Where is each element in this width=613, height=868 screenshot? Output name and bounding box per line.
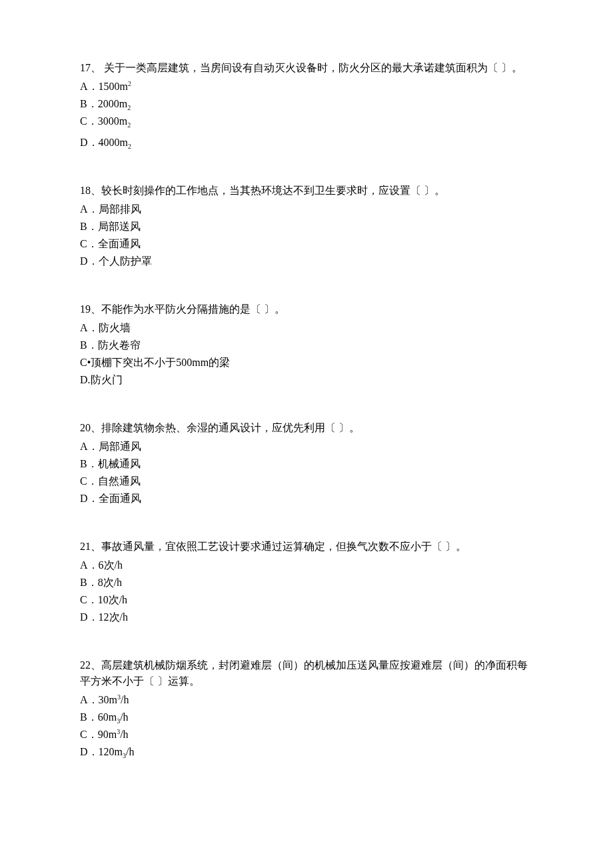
option-b: B．局部送风 xyxy=(80,219,533,235)
option-value: 防火墙 xyxy=(99,322,131,333)
option-label: B． xyxy=(80,456,98,472)
option-a: A．局部通风 xyxy=(80,439,533,455)
option-value: 6次/h xyxy=(99,559,123,571)
option-label: C• xyxy=(80,355,91,371)
question-20: 20、排除建筑物余热、余湿的通风设计，应优先利用〔 〕。 A．局部通风 B．机械… xyxy=(80,420,533,507)
option-value: 8次/h xyxy=(98,577,122,588)
option-label: C． xyxy=(80,592,98,608)
question-18: 18、较长时刻操作的工作地点，当其热环境达不到卫生要求时，应设置〔 〕。 A．局… xyxy=(80,183,533,269)
option-c: C．全面通风 xyxy=(80,236,533,252)
option-label: B． xyxy=(80,575,98,591)
option-d: D．全面通风 xyxy=(80,491,533,507)
option-b: B．2000m2 xyxy=(80,96,533,112)
option-value: 30m xyxy=(99,694,117,705)
question-text: 20、排除建筑物余热、余湿的通风设计，应优先利用〔 〕。 xyxy=(80,420,533,436)
option-c: C．10次/h xyxy=(80,592,533,608)
option-label: B． xyxy=(80,337,98,353)
option-sub: 2 xyxy=(127,104,131,111)
question-body: 事故通风量，宜依照工艺设计要求通过运算确定，但换气次数不应小于〔 〕。 xyxy=(101,541,466,552)
option-a: A．防火墙 xyxy=(80,320,533,336)
option-suffix: /h xyxy=(120,729,128,740)
option-value: 全面通风 xyxy=(98,238,141,249)
option-label: D． xyxy=(80,253,99,269)
question-body: 不能作为水平防火分隔措施的是〔 〕。 xyxy=(101,303,285,315)
option-label: C． xyxy=(80,113,98,129)
question-body: 排除建筑物余热、余湿的通风设计，应优先利用〔 〕。 xyxy=(101,422,360,433)
question-number: 18、 xyxy=(80,185,101,196)
document-content: 17、 关于一类高层建筑，当房间设有自动灭火设备时，防火分区的最大承诺建筑面积为… xyxy=(0,0,613,760)
option-value: 全面通风 xyxy=(99,493,141,504)
option-c: C．自然通风 xyxy=(80,473,533,489)
option-label: D． xyxy=(80,491,99,507)
option-suffix: /h xyxy=(120,711,128,723)
option-value: 1500m xyxy=(99,81,128,92)
option-a: A．局部排风 xyxy=(80,201,533,217)
option-b: B．60m3/h xyxy=(80,709,533,725)
option-value: 120m xyxy=(99,746,123,757)
option-label: A． xyxy=(80,692,99,708)
question-number: 19、 xyxy=(80,303,101,315)
option-d: D．120m3/h xyxy=(80,744,533,760)
option-value: 4000m xyxy=(99,137,128,148)
option-value: 局部通风 xyxy=(99,441,141,452)
question-22: 22、高层建筑机械防烟系统，封闭避难层（间）的机械加压送风量应按避难层（间）的净… xyxy=(80,657,533,760)
option-label: C． xyxy=(80,236,98,252)
question-number: 17、 xyxy=(80,62,101,73)
option-c: C•顶棚下突出不小于500mm的梁 xyxy=(80,355,533,371)
option-label: A． xyxy=(80,79,99,95)
question-number: 21、 xyxy=(80,541,101,552)
option-value: 机械通风 xyxy=(98,458,141,469)
option-value: 3000m xyxy=(98,115,127,127)
option-value: 顶棚下突出不小于500mm的梁 xyxy=(91,357,230,368)
option-suffix: /h xyxy=(121,694,129,705)
option-value: 自然通风 xyxy=(98,475,141,487)
question-17: 17、 关于一类高层建筑，当房间设有自动灭火设备时，防火分区的最大承诺建筑面积为… xyxy=(80,60,533,151)
option-label: C． xyxy=(80,727,98,743)
option-value: 防火卷帘 xyxy=(98,339,141,351)
option-a: A．30m3/h xyxy=(80,692,533,708)
option-label: C． xyxy=(80,473,98,489)
option-label: A． xyxy=(80,201,99,217)
option-d: D．4000m2 xyxy=(80,135,533,151)
question-21: 21、事故通风量，宜依照工艺设计要求通过运算确定，但换气次数不应小于〔 〕。 A… xyxy=(80,539,533,625)
option-d: D.防火门 xyxy=(80,372,533,388)
option-c: C．90m3/h xyxy=(80,727,533,743)
option-value: 10次/h xyxy=(98,594,127,605)
option-d: D．12次/h xyxy=(80,609,533,625)
option-label: B． xyxy=(80,96,98,112)
option-value: 60m xyxy=(98,711,117,723)
option-sub: 2 xyxy=(127,121,131,129)
question-text: 22、高层建筑机械防烟系统，封闭避难层（间）的机械加压送风量应按避难层（间）的净… xyxy=(80,657,533,689)
option-c: C．3000m2 xyxy=(80,113,533,129)
option-label: A． xyxy=(80,557,99,573)
question-number: 22、 xyxy=(80,659,101,671)
question-text: 19、不能作为水平防火分隔措施的是〔 〕。 xyxy=(80,301,533,317)
question-19: 19、不能作为水平防火分隔措施的是〔 〕。 A．防火墙 B．防火卷帘 C•顶棚下… xyxy=(80,301,533,388)
option-d: D．个人防护罩 xyxy=(80,253,533,269)
option-a: A．1500m2 xyxy=(80,79,533,95)
option-value: 12次/h xyxy=(99,611,128,623)
question-body: 高层建筑机械防烟系统，封闭避难层（间）的机械加压送风量应按避难层（间）的净面积每… xyxy=(80,659,528,687)
option-value: 局部送风 xyxy=(98,221,141,232)
option-value: 2000m xyxy=(98,98,127,109)
option-b: B．防火卷帘 xyxy=(80,337,533,353)
option-label: D． xyxy=(80,609,99,625)
question-text: 21、事故通风量，宜依照工艺设计要求通过运算确定，但换气次数不应小于〔 〕。 xyxy=(80,539,533,555)
option-label: A． xyxy=(80,439,99,455)
option-label: A． xyxy=(80,320,99,336)
option-sup: 2 xyxy=(128,80,131,87)
question-text: 17、 关于一类高层建筑，当房间设有自动灭火设备时，防火分区的最大承诺建筑面积为… xyxy=(80,60,533,76)
question-number: 20、 xyxy=(80,422,101,433)
option-label: D． xyxy=(80,135,99,151)
option-b: B．8次/h xyxy=(80,575,533,591)
option-sub: 2 xyxy=(128,143,131,150)
option-value: 个人防护罩 xyxy=(99,255,152,267)
option-value: 局部排风 xyxy=(99,203,141,215)
option-b: B．机械通风 xyxy=(80,456,533,472)
option-label: D． xyxy=(80,744,99,760)
option-a: A．6次/h xyxy=(80,557,533,573)
question-body: 较长时刻操作的工作地点，当其热环境达不到卫生要求时，应设置〔 〕。 xyxy=(101,185,445,196)
option-suffix: /h xyxy=(126,746,134,757)
option-value: 90m xyxy=(98,729,117,740)
option-label: D. xyxy=(80,372,91,388)
